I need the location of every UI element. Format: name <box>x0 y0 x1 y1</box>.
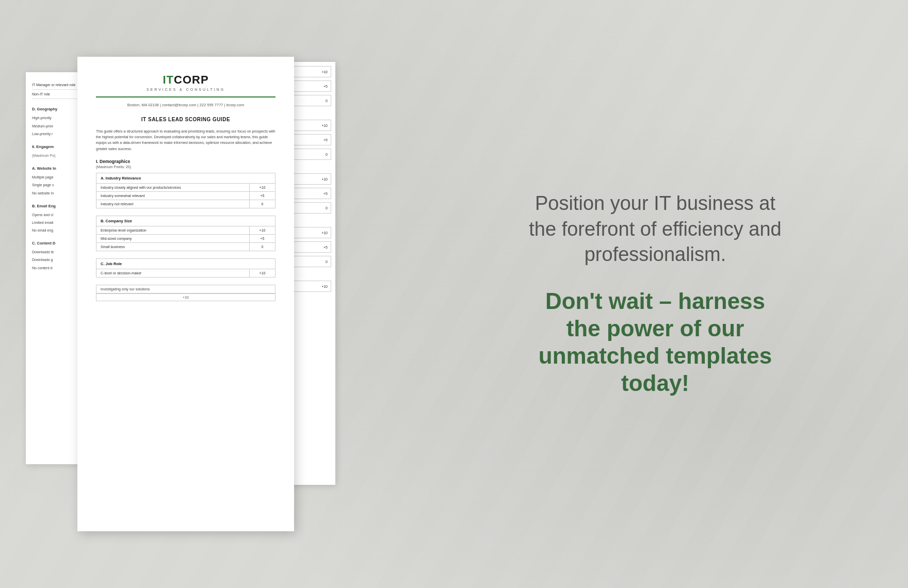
section1-title: I. Demographics <box>96 159 275 164</box>
it-manager-label: IT Manager or relevant role <box>32 82 75 88</box>
promo-text: Position your IT business at the forefro… <box>526 191 784 397</box>
company-row-3-label: Small business <box>96 242 250 251</box>
table-job-role: C. Job Role C-level or decision-maker +1… <box>96 258 275 277</box>
jobrole-row-1-label: C-level or decision-maker <box>96 269 250 277</box>
last-visible-row: investigating only our solutions <box>96 285 275 293</box>
table-company-header: B. Company Size <box>96 216 275 226</box>
logo-subtitle: SERVICES & CONSULTING <box>96 88 275 91</box>
industry-row-1-label: Industry closely aligned with our produc… <box>96 183 250 191</box>
company-row-1-score: +10 <box>250 226 275 234</box>
logo: ITCORP <box>96 73 275 87</box>
promo-cta: Don't wait – harness the power of our un… <box>526 288 784 397</box>
table-company-size: B. Company Size Enterprise-level organiz… <box>96 216 275 251</box>
documents-stack: IT Manager or relevant role +5 Non-IT ro… <box>26 41 335 547</box>
table-industry-header: A. Industry Relevance <box>96 173 275 183</box>
doc-title: IT SALES LEAD SCORING GUIDE <box>96 117 275 122</box>
industry-row-3-label: Industry not relevant <box>96 200 250 208</box>
logo-it: IT <box>163 73 174 86</box>
table-industry: A. Industry Relevance Industry closely a… <box>96 173 275 208</box>
promo-main: Position your IT business at the forefro… <box>526 191 784 267</box>
doc-header: ITCORP SERVICES & CONSULTING Boston, MA … <box>96 73 275 107</box>
industry-row-1-score: +10 <box>250 183 275 191</box>
jobrole-row-1-score: +10 <box>250 269 275 277</box>
company-row-2-score: +5 <box>250 234 275 242</box>
non-it-label: Non-IT role <box>32 91 50 97</box>
industry-row-2-score: +5 <box>250 191 275 200</box>
company-row-3-score: 0 <box>250 242 275 251</box>
logo-corp: CORP <box>174 73 209 86</box>
contact-info: Boston, MA 02108 | contact@itcorp.com | … <box>96 103 275 107</box>
doc-intro: This guide offers a structured approach … <box>96 128 275 152</box>
right-panel: Position your IT business at the forefro… <box>361 0 908 588</box>
industry-row-3-score: 0 <box>250 200 275 208</box>
doc-main: ITCORP SERVICES & CONSULTING Boston, MA … <box>77 57 294 531</box>
header-divider <box>96 96 275 97</box>
left-panel: IT Manager or relevant role +5 Non-IT ro… <box>0 0 361 588</box>
section1-subtitle: (Maximum Points: 20) <box>96 165 275 169</box>
company-row-2-label: Mid-sized company <box>96 234 250 242</box>
table-jobrole-header: C. Job Role <box>96 258 275 269</box>
company-row-1-label: Enterprise-level organization <box>96 226 250 234</box>
industry-row-2-label: Industry somewhat relevant <box>96 191 250 200</box>
last-score-row: +10 <box>96 293 275 301</box>
